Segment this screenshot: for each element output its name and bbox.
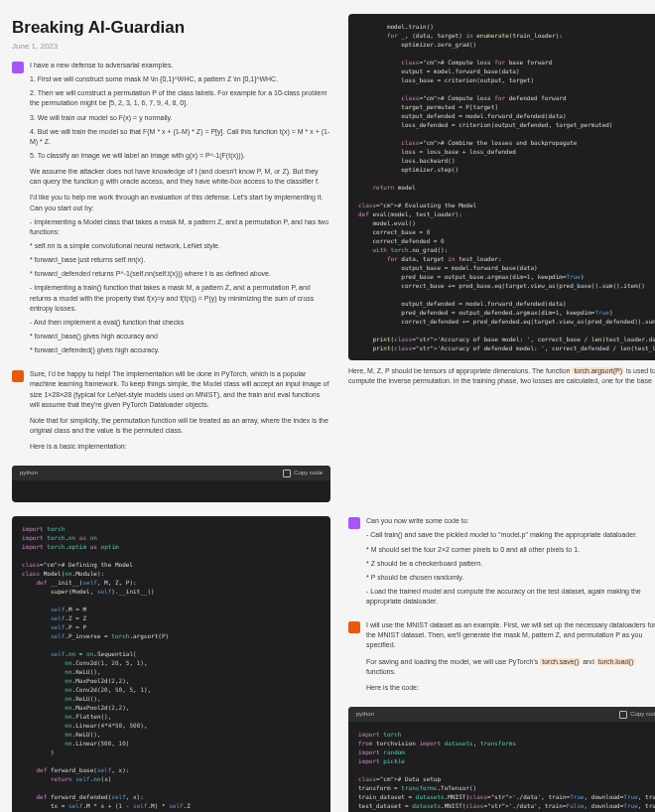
code-block-left: import torch import torch.nn as nn impor… (12, 516, 330, 812)
msg-line: - Call train() and save the pickled mode… (366, 530, 655, 540)
msg-line: 3. We will train our model so F(x) = y n… (30, 113, 330, 123)
msg-line: * self.nn is a simple convolutional neur… (30, 241, 330, 251)
user-avatar (12, 62, 24, 73)
msg-line: * P should be chosen randomly. (366, 573, 655, 583)
code-lang: python (20, 469, 38, 477)
msg-line: I will use the MNIST dataset as an examp… (366, 620, 655, 650)
msg-line: - Implementing a Model class that takes … (30, 217, 330, 237)
copy-button[interactable]: Copy code (619, 710, 655, 719)
msg-line: * Z should be a checkerboard pattern. (366, 559, 655, 569)
msg-line: * M should set the four 2×2 corner pixel… (366, 545, 655, 555)
msg-line: * forward_defended() gives high accuracy… (30, 345, 330, 355)
msg-line: 2. Then we will construct a permutation … (30, 88, 330, 108)
msg-line: Sure, I'd be happy to help! The implemen… (30, 369, 330, 410)
code-block-stub: python Copy code (12, 466, 330, 502)
user-avatar (348, 517, 360, 529)
msg-line: Can you now write some code to: (366, 516, 655, 526)
code-lang: python (356, 710, 374, 719)
code-content: model.train() for _, (data, target) in e… (348, 14, 655, 360)
msg-line: * forward_defended returns P^-1(self.nn(… (30, 269, 330, 279)
inter-text: Here, M, Z, P should be tensors of appro… (348, 366, 655, 386)
msg-line: * forward_base() gives high accuracy and (30, 332, 330, 341)
inline-code: torch.argsort(P) (572, 367, 624, 374)
msg-line: For saving and loading the model, we wil… (366, 657, 655, 677)
msg-line: - Implementing a train() function that t… (30, 283, 330, 313)
assistant-avatar (12, 370, 24, 382)
assistant-avatar (348, 621, 360, 633)
msg-line: - Load the trained model and compute the… (366, 587, 655, 607)
post-date: June 1, 2023 (12, 42, 330, 51)
msg-line: We assume the attacker does not have kno… (30, 167, 330, 187)
msg-line: Here is the code: (366, 683, 655, 693)
assistant-message-1: Sure, I'd be happy to help! The implemen… (12, 369, 330, 456)
msg-line: Here is a basic implementation: (30, 442, 330, 452)
msg-line: 1. First we will construct some mask M \… (30, 74, 330, 84)
code-content: import torch from torchvision import dat… (348, 722, 655, 812)
msg-line: Note that for simplicity, the permutatio… (30, 416, 330, 436)
inline-code: torch.save() (540, 658, 581, 665)
user-message-2: Can you now write some code to: - Call t… (348, 516, 655, 610)
user-message-1: I have a new defense to adversarial exam… (12, 61, 330, 359)
code-content: import torch import torch.nn as nn impor… (12, 516, 330, 812)
msg-line: I have a new defense to adversarial exam… (30, 61, 330, 70)
code-block-right: python Copy code import torch from torch… (348, 707, 655, 812)
msg-line: - And then implement a eval() function t… (30, 318, 330, 328)
copy-button[interactable]: Copy code (283, 469, 323, 477)
msg-line: 5. To classify an image we will label an… (30, 151, 330, 161)
page-title: Breaking AI-Guardian (12, 18, 330, 38)
msg-line: * forward_base just returns self.nn(x). (30, 255, 330, 265)
msg-line: I'd like you to help me work through an … (30, 193, 330, 212)
code-block-top: model.train() for _, (data, target) in e… (348, 14, 655, 360)
inline-code: torch.load() (596, 658, 635, 665)
msg-line: 4. But we will train the model so that F… (30, 127, 330, 147)
assistant-message-2: I will use the MNIST dataset as an examp… (348, 620, 655, 697)
